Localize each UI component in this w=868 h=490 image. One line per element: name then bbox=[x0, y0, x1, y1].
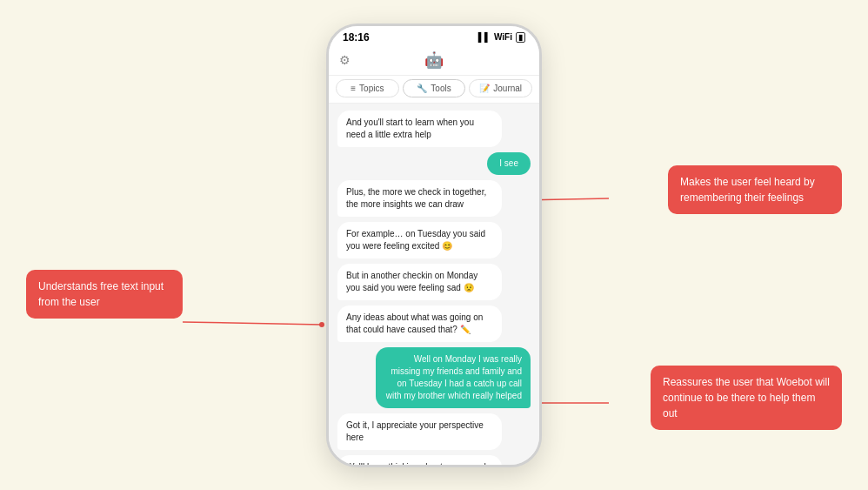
topics-label: Topics bbox=[359, 84, 384, 93]
tab-bar: ≡ Topics 🔧 Tools 📝 Journal bbox=[329, 76, 539, 104]
tools-icon: 🔧 bbox=[417, 84, 427, 93]
chat-area: And you'll start to learn when you need … bbox=[329, 104, 539, 465]
message-7: Got it, I appreciate your perspective he… bbox=[337, 413, 502, 450]
annotation-top-right: Makes the user feel heard by remembering… bbox=[668, 165, 842, 214]
message-3: For example… on Tuesday you said you wer… bbox=[337, 222, 502, 258]
journal-label: Journal bbox=[493, 84, 522, 93]
journal-icon: 📝 bbox=[479, 84, 490, 93]
tab-journal[interactable]: 📝 Journal bbox=[469, 79, 532, 97]
top-nav: ⚙ 🤖 bbox=[329, 47, 539, 76]
annotation-left: Understands free text input from the use… bbox=[26, 270, 183, 319]
message-4: But in another checkin on Monday you sai… bbox=[337, 264, 502, 300]
settings-icon[interactable]: ⚙ bbox=[339, 53, 351, 67]
annotation-top-right-text: Makes the user feel heard by remembering… bbox=[680, 176, 815, 204]
message-8: We'll keep thinking about your mood, and… bbox=[337, 455, 502, 465]
status-icons: ▌▌ WiFi ▮ bbox=[478, 32, 525, 43]
tab-topics[interactable]: ≡ Topics bbox=[336, 79, 399, 97]
message-0: And you'll start to learn when you need … bbox=[337, 111, 502, 147]
status-bar: 18:16 ▌▌ WiFi ▮ bbox=[329, 26, 539, 47]
svg-point-1 bbox=[319, 322, 324, 327]
wifi-icon: WiFi bbox=[494, 32, 512, 42]
annotation-left-text: Understands free text input from the use… bbox=[38, 280, 164, 308]
message-6: Well on Monday I was really missing my f… bbox=[376, 347, 531, 408]
topics-icon: ≡ bbox=[351, 84, 356, 93]
message-5: Any ideas about what was going on that c… bbox=[337, 305, 502, 342]
annotation-bottom-right: Reassures the user that Woebot will cont… bbox=[651, 366, 842, 430]
tools-label: Tools bbox=[431, 84, 451, 93]
phone-frame: 18:16 ▌▌ WiFi ▮ ⚙ 🤖 ≡ Topics 🔧 Tools 📝 J… bbox=[326, 23, 542, 467]
bot-icon: 🤖 bbox=[424, 50, 444, 70]
annotation-bottom-right-text: Reassures the user that Woebot will cont… bbox=[663, 376, 830, 420]
tab-tools[interactable]: 🔧 Tools bbox=[403, 79, 466, 97]
battery-icon: ▮ bbox=[516, 32, 525, 43]
message-1: I see bbox=[487, 152, 531, 175]
message-2: Plus, the more we check in together, the… bbox=[337, 180, 502, 217]
status-time: 18:16 bbox=[343, 31, 370, 44]
svg-line-0 bbox=[183, 322, 322, 325]
signal-icon: ▌▌ bbox=[478, 32, 491, 42]
